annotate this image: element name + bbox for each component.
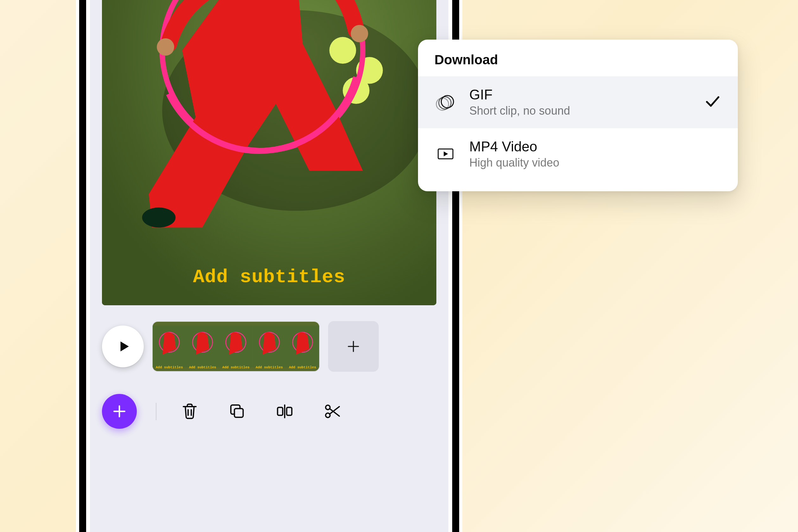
video-preview[interactable]: Add subtitles (102, 0, 436, 305)
gif-icon (435, 91, 457, 113)
split-icon (275, 402, 294, 421)
svg-point-11 (142, 207, 176, 227)
duplicate-button[interactable] (223, 397, 251, 425)
download-option-mp4[interactable]: MP4 Video High quality video (418, 128, 738, 180)
svg-point-9 (157, 38, 174, 56)
clip-thumb: Add subtitles (219, 322, 252, 371)
video-icon (435, 143, 457, 165)
thumb-label: Add subtitles (219, 365, 252, 369)
play-button[interactable] (102, 325, 144, 367)
preview-illustration (102, 0, 436, 305)
add-clip-button[interactable] (328, 321, 379, 372)
copy-icon (228, 402, 247, 421)
phone-screen: Add subtitles Add subtitles Add subtitle… (90, 0, 449, 532)
add-button[interactable] (102, 394, 137, 429)
option-title: GIF (469, 86, 691, 103)
clip-thumb: Add subtitles (186, 322, 219, 371)
thumb-label: Add subtitles (186, 365, 219, 369)
check-icon (704, 93, 721, 112)
thumb-label: Add subtitles (153, 365, 186, 369)
play-icon (117, 340, 131, 353)
clip-strip[interactable]: Add subtitles Add subtitles Add subtitle… (152, 321, 320, 372)
svg-point-3 (329, 37, 356, 64)
option-title: MP4 Video (469, 138, 721, 155)
download-option-gif[interactable]: GIF Short clip, no sound (418, 76, 738, 128)
clip-thumb: Add subtitles (153, 322, 186, 371)
svg-rect-22 (234, 408, 243, 417)
subtitle-text[interactable]: Add subtitles (102, 266, 436, 288)
svg-rect-24 (287, 407, 292, 416)
popover-title: Download (418, 40, 738, 76)
trash-icon (180, 402, 199, 421)
clip-thumb: Add subtitles (286, 322, 319, 371)
delete-button[interactable] (175, 397, 204, 425)
svg-rect-23 (278, 407, 283, 416)
timeline: Add subtitles Add subtitles Add subtitle… (90, 305, 449, 384)
svg-point-8 (351, 25, 368, 42)
split-button[interactable] (270, 397, 299, 425)
clip-thumb: Add subtitles (253, 322, 286, 371)
download-popover: Download GIF Short clip, no sound MP4 Vi… (418, 40, 738, 191)
phone-frame: Add subtitles Add subtitles Add subtitle… (79, 0, 459, 532)
option-text: GIF Short clip, no sound (469, 86, 691, 119)
plus-icon (112, 403, 127, 419)
thumb-label: Add subtitles (253, 365, 286, 369)
option-subtitle: Short clip, no sound (469, 103, 691, 119)
thumb-label: Add subtitles (286, 365, 319, 369)
divider (156, 403, 156, 420)
plus-icon (346, 339, 361, 354)
option-text: MP4 Video High quality video (469, 138, 721, 171)
option-subtitle: High quality video (469, 155, 721, 171)
cut-button[interactable] (318, 397, 346, 425)
scissors-icon (323, 402, 342, 421)
editor-toolbar (90, 384, 449, 467)
